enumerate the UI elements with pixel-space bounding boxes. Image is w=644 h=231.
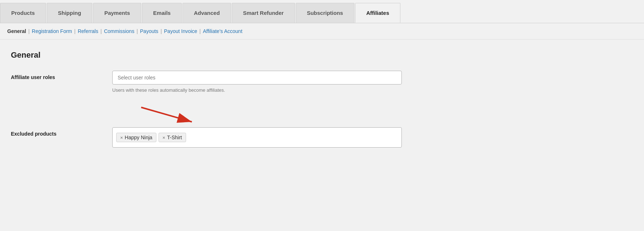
tab-affiliates[interactable]: Affiliates bbox=[355, 3, 400, 23]
subnav-payout-invoice[interactable]: Payout Invoice bbox=[164, 28, 197, 34]
subnav-sep-3: | bbox=[100, 28, 102, 34]
subnav-general[interactable]: General bbox=[7, 28, 26, 34]
main-content: General Affiliate user roles Users with … bbox=[0, 40, 644, 221]
tab-payments[interactable]: Payments bbox=[93, 3, 141, 23]
red-arrow-icon bbox=[134, 104, 206, 127]
excluded-products-field: × Happy Ninja × T-Shirt bbox=[112, 127, 402, 148]
affiliate-roles-field: Users with these roles automatically bec… bbox=[112, 71, 402, 93]
tab-products[interactable]: Products bbox=[0, 3, 46, 23]
arrow-annotation bbox=[11, 104, 633, 127]
subnav-registration-form[interactable]: Registration Form bbox=[32, 28, 72, 34]
sub-nav: General | Registration Form | Referrals … bbox=[0, 23, 644, 40]
tab-bar: Products Shipping Payments Emails Advanc… bbox=[0, 0, 644, 23]
excluded-products-multiselect[interactable]: × Happy Ninja × T-Shirt bbox=[112, 127, 402, 148]
tag-happy-ninja-label: Happy Ninja bbox=[125, 135, 152, 140]
tag-happy-ninja-remove[interactable]: × bbox=[120, 135, 123, 140]
tag-t-shirt-label: T-Shirt bbox=[167, 135, 182, 140]
tag-t-shirt-remove[interactable]: × bbox=[163, 135, 165, 140]
affiliate-roles-label: Affiliate user roles bbox=[11, 71, 112, 80]
affiliate-roles-description: Users with these roles automatically bec… bbox=[112, 87, 402, 93]
subnav-referrals[interactable]: Referrals bbox=[78, 28, 98, 34]
subnav-affiliates-account[interactable]: Affiliate's Account bbox=[203, 28, 243, 34]
tab-subscriptions[interactable]: Subscriptions bbox=[296, 3, 354, 23]
subnav-sep-1: | bbox=[28, 28, 30, 34]
subnav-payouts[interactable]: Payouts bbox=[140, 28, 159, 34]
subnav-sep-6: | bbox=[199, 28, 201, 34]
svg-line-1 bbox=[141, 107, 192, 122]
tab-advanced[interactable]: Advanced bbox=[182, 3, 231, 23]
excluded-products-label: Excluded products bbox=[11, 127, 112, 137]
tab-shipping[interactable]: Shipping bbox=[47, 3, 92, 23]
tab-smart-refunder[interactable]: Smart Refunder bbox=[232, 3, 295, 23]
tab-emails[interactable]: Emails bbox=[142, 3, 182, 23]
tag-happy-ninja: × Happy Ninja bbox=[116, 133, 156, 142]
subnav-sep-4: | bbox=[136, 28, 138, 34]
tag-t-shirt: × T-Shirt bbox=[159, 133, 186, 142]
subnav-commissions[interactable]: Commissions bbox=[104, 28, 134, 34]
form-row-excluded-products: Excluded products × Happy Ninja × T-Shir… bbox=[11, 127, 409, 148]
subnav-sep-2: | bbox=[74, 28, 76, 34]
affiliate-roles-input[interactable] bbox=[112, 71, 402, 84]
subnav-sep-5: | bbox=[160, 28, 162, 34]
form-row-affiliate-roles: Affiliate user roles Users with these ro… bbox=[11, 71, 409, 93]
section-title: General bbox=[11, 50, 633, 60]
